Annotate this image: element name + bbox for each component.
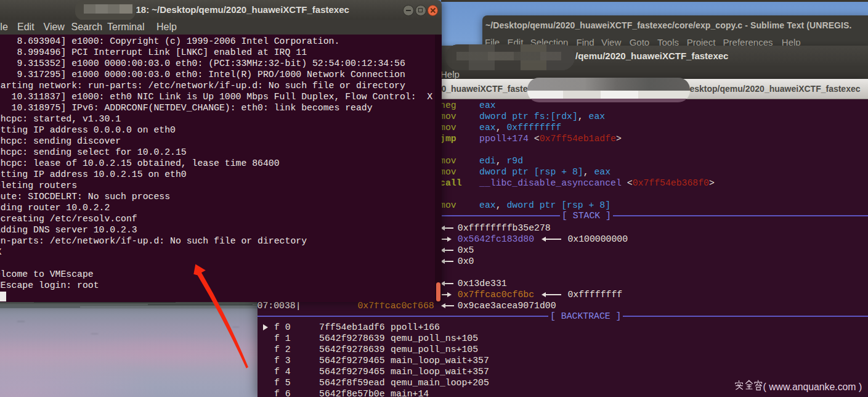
svg-text:( www.anquanke.com ): ( www.anquanke.com )	[763, 382, 862, 392]
